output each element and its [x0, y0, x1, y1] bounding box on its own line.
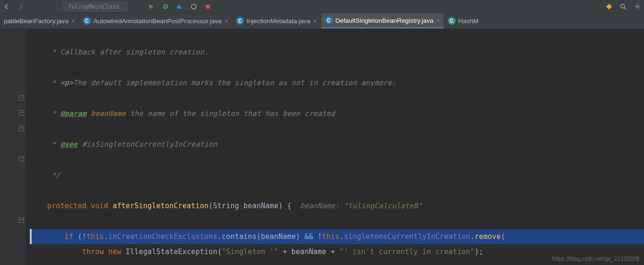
tab-injection-metadata[interactable]: C InjectionMetadata.java × — [232, 13, 321, 28]
tab-label: pableBeanFactory.java — [4, 18, 69, 25]
tab-default-singleton-bean-registry[interactable]: C DefaultSingletonBeanRegistry.java × — [321, 13, 444, 28]
fold-marker-icon[interactable] — [19, 95, 24, 100]
main-toolbar: TulingMainClass — [0, 0, 644, 13]
close-icon[interactable]: × — [313, 18, 317, 25]
forward-icon[interactable] — [16, 2, 26, 11]
git-icon[interactable] — [604, 2, 614, 11]
debug-icon[interactable] — [161, 2, 170, 11]
fold-marker-icon[interactable] — [19, 126, 24, 131]
run-configuration-selector[interactable]: TulingMainClass — [63, 2, 128, 11]
tab-autowired-annotation[interactable]: C AutowiredAnnotationBeanPostProcessor.j… — [79, 13, 232, 28]
tab-label: DefaultSingletonBeanRegistry.java — [335, 17, 434, 24]
profile-icon[interactable] — [189, 2, 198, 11]
class-icon: C — [325, 17, 333, 24]
editor-gutter — [0, 29, 26, 265]
caret-indicator — [30, 229, 32, 245]
close-icon[interactable]: × — [436, 17, 440, 24]
code-area[interactable]: * Callback after singleton creation. * <… — [26, 29, 644, 265]
coverage-icon[interactable] — [175, 2, 184, 11]
close-icon[interactable]: × — [71, 18, 75, 25]
stop-icon[interactable] — [203, 2, 213, 11]
tab-label: AutowiredAnnotationBeanPostProcessor.jav… — [94, 18, 222, 25]
svg-point-4 — [621, 4, 625, 8]
fold-marker-icon[interactable] — [19, 110, 24, 115]
close-icon[interactable]: × — [224, 18, 228, 25]
code-line: protected void afterSingletonCreation(St… — [30, 198, 644, 214]
code-line: */ — [30, 168, 644, 183]
watermark-text: https://blog.csdn.net/qq_22130209 — [552, 256, 639, 262]
fold-marker-icon[interactable] — [19, 156, 24, 161]
code-line: * @param beanName the name of the single… — [30, 106, 644, 122]
tab-label: HashM — [458, 18, 479, 25]
code-line: * Callback after singleton creation. — [30, 44, 644, 60]
svg-point-1 — [164, 6, 166, 8]
class-icon: C — [236, 17, 244, 25]
class-icon: C — [448, 17, 455, 25]
back-icon[interactable] — [2, 2, 11, 11]
svg-point-2 — [191, 4, 196, 9]
fold-marker-icon[interactable] — [19, 218, 24, 223]
class-icon: C — [83, 17, 91, 25]
tab-pable-bean-factory[interactable]: pableBeanFactory.java × — [0, 13, 79, 28]
code-editor[interactable]: * Callback after singleton creation. * <… — [0, 29, 644, 265]
highlighted-line: if (!this.inCreationCheckExclusions.cont… — [30, 229, 644, 245]
settings-icon[interactable] — [633, 2, 642, 11]
search-icon[interactable] — [618, 2, 628, 11]
editor-tab-bar: pableBeanFactory.java × C AutowiredAnnot… — [0, 13, 644, 29]
run-icon[interactable] — [146, 2, 156, 11]
svg-point-5 — [636, 6, 638, 8]
code-line: * @see #isSingletonCurrentlyInCreation — [30, 137, 644, 152]
code-line: * <p>The default implementation marks th… — [30, 75, 644, 91]
svg-rect-3 — [206, 5, 210, 9]
tab-hashmap[interactable]: C HashM — [444, 13, 483, 28]
tab-label: InjectionMetadata.java — [247, 18, 310, 25]
